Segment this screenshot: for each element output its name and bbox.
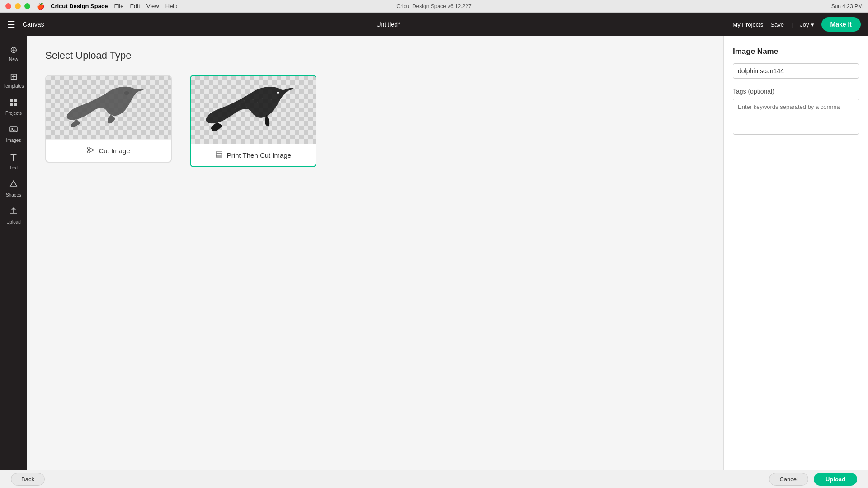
svg-line-10 <box>90 150 94 152</box>
mac-titlebar: 🍎 Cricut Design Space File Edit View Hel… <box>0 0 868 13</box>
hamburger-icon[interactable]: ☰ <box>7 19 15 30</box>
svg-point-18 <box>266 103 267 103</box>
svg-point-8 <box>88 151 90 153</box>
print-then-cut-text: Print Then Cut Image <box>227 151 291 159</box>
sidebar-label-projects: Projects <box>5 111 22 116</box>
close-button[interactable] <box>5 3 11 9</box>
sidebar-label-new: New <box>9 57 18 62</box>
bottom-bar: Back Cancel Upload <box>0 470 868 488</box>
content-area: Select Upload Type <box>27 36 723 470</box>
my-projects-button[interactable]: My Projects <box>732 21 763 28</box>
sidebar-label-shapes: Shapes <box>6 192 21 197</box>
maximize-button[interactable] <box>24 3 30 9</box>
menu-edit[interactable]: Edit <box>130 3 140 9</box>
sidebar-item-text[interactable]: T Text <box>2 148 25 174</box>
image-name-section-title: Image Name <box>733 47 859 56</box>
project-title: Untitled* <box>376 21 400 28</box>
menu-view[interactable]: View <box>146 3 159 9</box>
projects-icon <box>9 98 18 109</box>
svg-rect-3 <box>14 103 17 106</box>
templates-icon: ⊞ <box>10 71 18 82</box>
sidebar-item-upload[interactable]: Upload <box>2 203 25 228</box>
project-name: Untitled* <box>376 21 400 28</box>
mac-left-area: 🍎 Cricut Design Space File Edit View Hel… <box>5 3 178 10</box>
sidebar-item-templates[interactable]: ⊞ Templates <box>2 67 25 92</box>
svg-point-19 <box>271 99 272 100</box>
save-button[interactable]: Save <box>770 21 784 28</box>
user-name-label: Joy <box>800 21 809 28</box>
new-icon: ⊕ <box>10 44 18 55</box>
svg-point-22 <box>278 93 279 94</box>
svg-point-6 <box>124 91 129 95</box>
header-left: ☰ Canvas <box>7 19 44 30</box>
print-icon <box>215 150 223 160</box>
sidebar-item-new[interactable]: ⊕ New <box>2 41 25 66</box>
print-then-cut-label: Print Then Cut Image <box>191 144 316 166</box>
header-right: My Projects Save | Joy ▾ Make It <box>732 17 861 32</box>
sidebar-item-shapes[interactable]: Shapes <box>2 176 25 201</box>
mac-menu-items[interactable]: File Edit View Help <box>114 3 177 9</box>
cut-image-icon <box>87 146 95 155</box>
svg-rect-1 <box>14 99 17 102</box>
shapes-icon <box>9 179 18 191</box>
image-name-input[interactable] <box>733 63 859 79</box>
svg-point-7 <box>88 147 90 150</box>
svg-point-14 <box>252 99 254 100</box>
svg-point-13 <box>239 105 240 106</box>
cut-image-text: Cut Image <box>99 147 130 155</box>
mac-system-tray: Sun 4:23 PM <box>831 3 863 9</box>
bottom-right-actions: Cancel Upload <box>769 473 857 486</box>
system-time: Sun 4:23 PM <box>831 3 863 9</box>
chevron-down-icon: ▾ <box>811 21 814 28</box>
print-then-cut-card[interactable]: Print Then Cut Image <box>190 75 316 167</box>
svg-point-12 <box>248 103 249 103</box>
app-name: Cricut Design Space <box>51 3 108 9</box>
right-panel: Image Name Tags (optional) <box>723 36 868 470</box>
sidebar-label-images: Images <box>6 138 21 143</box>
svg-point-11 <box>244 100 245 102</box>
print-dolphin-image <box>203 76 303 144</box>
svg-point-25 <box>221 155 222 155</box>
svg-rect-23 <box>217 151 222 154</box>
menu-file[interactable]: File <box>114 3 123 9</box>
apple-logo-icon: 🍎 <box>37 3 44 10</box>
minimize-button[interactable] <box>15 3 21 9</box>
page-title: Select Upload Type <box>45 50 705 61</box>
app-header: ☰ Canvas Untitled* My Projects Save | Jo… <box>0 13 868 36</box>
window-title: Cricut Design Space v6.12.227 <box>396 3 471 9</box>
user-menu[interactable]: Joy ▾ <box>800 21 814 28</box>
header-divider: | <box>791 21 793 28</box>
svg-point-15 <box>257 102 259 103</box>
upload-icon <box>9 206 18 218</box>
svg-rect-2 <box>10 103 13 106</box>
print-then-cut-preview <box>191 76 316 144</box>
window-controls[interactable] <box>5 3 30 9</box>
text-icon: T <box>10 152 16 164</box>
svg-point-20 <box>235 108 236 109</box>
tags-input[interactable] <box>733 99 859 135</box>
svg-line-9 <box>90 148 94 150</box>
upload-options: Cut Image <box>45 75 705 167</box>
sidebar-label-upload: Upload <box>6 220 21 225</box>
main-layout: ⊕ New ⊞ Templates Projects <box>0 36 868 470</box>
tags-label: Tags (optional) <box>733 88 859 95</box>
sidebar-label-text: Text <box>9 165 18 170</box>
menu-help[interactable]: Help <box>165 3 178 9</box>
cut-image-preview <box>46 76 171 139</box>
svg-rect-0 <box>10 99 13 102</box>
sidebar-item-images[interactable]: Images <box>2 121 25 146</box>
cut-image-label: Cut Image <box>46 139 171 162</box>
cut-dolphin-image <box>63 76 154 139</box>
upload-button[interactable]: Upload <box>814 473 857 486</box>
canvas-label: Canvas <box>23 21 44 28</box>
sidebar-item-projects[interactable]: Projects <box>2 94 25 119</box>
cancel-button[interactable]: Cancel <box>769 473 808 486</box>
sidebar-label-templates: Templates <box>3 84 24 89</box>
sidebar: ⊕ New ⊞ Templates Projects <box>0 36 27 470</box>
make-it-button[interactable]: Make It <box>821 17 861 32</box>
back-button[interactable]: Back <box>11 473 45 486</box>
cut-image-card[interactable]: Cut Image <box>45 75 172 163</box>
images-icon <box>9 125 18 136</box>
svg-point-16 <box>262 98 263 99</box>
